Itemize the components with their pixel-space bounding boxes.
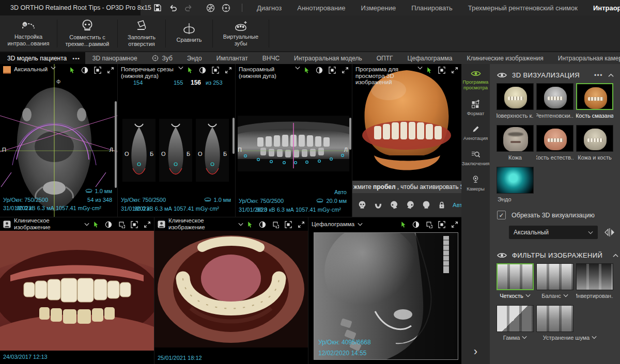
fullscreen-icon[interactable] bbox=[451, 221, 458, 228]
fill-holes-button[interactable]: Заполнить отверстия bbox=[118, 15, 165, 51]
contrast-icon[interactable] bbox=[259, 221, 266, 228]
tab-3d-panoramic[interactable]: 3D панорамное bbox=[85, 52, 145, 64]
pointer-tool-icon[interactable] bbox=[92, 221, 99, 228]
tab-options-icon[interactable]: ••• bbox=[72, 55, 80, 61]
auto-label[interactable]: Авто bbox=[453, 202, 461, 208]
fullscreen-icon[interactable] bbox=[298, 221, 305, 228]
cephalogram-panel[interactable]: Цефалограмма bbox=[308, 217, 461, 364]
rotate-icon[interactable] bbox=[272, 221, 279, 228]
more-options-icon[interactable]: ••• bbox=[594, 72, 603, 79]
tab-implant[interactable]: Имплантат bbox=[209, 52, 255, 64]
expand-panel-arrow[interactable]: › bbox=[461, 345, 490, 358]
slice-scrollbar[interactable] bbox=[233, 118, 235, 154]
menu-measure[interactable]: Измерение bbox=[361, 4, 396, 12]
contrast-icon[interactable] bbox=[105, 221, 112, 228]
view-right-profile-icon[interactable] bbox=[406, 200, 415, 210]
setup-intraoral-scan-button[interactable]: N Настройка интрао...ования bbox=[0, 15, 57, 51]
fit-view-icon[interactable] bbox=[285, 221, 292, 228]
fullscreen-icon[interactable] bbox=[342, 67, 349, 74]
panoramic-view-panel[interactable]: Панорамный (нижняя дуга) П bbox=[236, 64, 352, 217]
eye-icon[interactable] bbox=[497, 72, 507, 78]
mode-layout[interactable]: Формат bbox=[461, 100, 490, 116]
clip-3d-checkbox-row[interactable]: ✓ Обрезать 3D визуализацию bbox=[497, 211, 620, 219]
mode-findings[interactable]: Заключения bbox=[461, 150, 490, 166]
pointer-tool-icon[interactable] bbox=[246, 221, 253, 228]
fullscreen-icon[interactable] bbox=[225, 67, 232, 74]
tab-tooth[interactable]: Зуб bbox=[145, 52, 180, 64]
chevron-down-icon[interactable] bbox=[51, 66, 56, 70]
fit-view-icon[interactable] bbox=[131, 221, 138, 228]
chevron-down-icon[interactable] bbox=[238, 223, 243, 226]
view-back-icon[interactable] bbox=[422, 200, 431, 210]
vis-thumb-skin-and-bone[interactable]: Кожа и кость bbox=[576, 125, 613, 161]
collapse-chevron-icon[interactable] bbox=[608, 73, 614, 77]
view-lower-jaw-icon[interactable] bbox=[374, 200, 383, 210]
menu-annotate[interactable]: Аннотирование bbox=[297, 4, 345, 12]
lock-view-icon[interactable] bbox=[438, 200, 446, 210]
tab-endo[interactable]: Эндо bbox=[180, 52, 209, 64]
auto-label[interactable]: Авто bbox=[334, 189, 347, 195]
focus-target-icon[interactable] bbox=[221, 3, 230, 12]
mode-viewer[interactable]: Программа просмотра bbox=[461, 70, 490, 91]
fit-view-icon[interactable] bbox=[94, 67, 101, 74]
tab-intraoral-camera[interactable]: Интраоральная камера bbox=[551, 52, 620, 64]
flip-clip-icon[interactable] bbox=[604, 228, 615, 236]
pointer-tool-icon[interactable] bbox=[426, 67, 432, 74]
fullscreen-icon[interactable] bbox=[107, 67, 114, 74]
capture-icon[interactable] bbox=[206, 3, 215, 12]
rotate-icon[interactable] bbox=[118, 221, 125, 228]
vis-thumb-bone-smoothed[interactable]: Кость смазана bbox=[576, 83, 613, 119]
cross-sections-panel[interactable]: Поперечные срезы (нижняя дуга) 154 155 1… bbox=[118, 64, 235, 217]
vis-thumb-endo[interactable]: Эндо bbox=[497, 167, 534, 202]
tab-clinical-images[interactable]: Клинические изображения bbox=[459, 52, 550, 64]
filter-thumb-sharpness[interactable]: Четкость bbox=[497, 263, 534, 299]
filter-thumb-gamma[interactable]: Гамма bbox=[497, 305, 534, 341]
contrast-icon[interactable] bbox=[199, 67, 206, 74]
save-icon[interactable] bbox=[153, 3, 162, 12]
align-with-xray-button[interactable]: Совместить с трехме...раммой bbox=[57, 15, 117, 51]
menu-diagnose[interactable]: Диагноз bbox=[257, 4, 282, 12]
checkbox-checked[interactable]: ✓ bbox=[497, 211, 506, 219]
tab-cephalogram[interactable]: Цефалограмма bbox=[400, 52, 460, 64]
vis-thumb-skin[interactable]: Кожа bbox=[497, 125, 534, 161]
chevron-down-icon[interactable] bbox=[358, 223, 363, 226]
tab-3d-patient-model[interactable]: 3D модель пациента ••• bbox=[0, 52, 85, 64]
clinical-image-panel-1[interactable]: Клиническое изображение bbox=[0, 217, 154, 364]
pointer-tool-icon[interactable] bbox=[69, 67, 75, 74]
menu-plan[interactable]: Планировать bbox=[411, 4, 453, 12]
collapse-chevron-icon[interactable] bbox=[613, 254, 618, 258]
contrast-icon[interactable] bbox=[81, 67, 88, 74]
virtual-teeth-button[interactable]: Виртуальные зубы bbox=[213, 15, 269, 51]
contrast-icon[interactable] bbox=[412, 221, 420, 228]
rotate-icon[interactable] bbox=[425, 221, 432, 228]
filter-thumb-balance[interactable]: Баланс bbox=[536, 263, 574, 299]
chevron-down-icon[interactable] bbox=[295, 66, 300, 70]
tab-tmj[interactable]: ВНЧС bbox=[255, 52, 287, 64]
fullscreen-icon[interactable] bbox=[144, 221, 151, 228]
menu-3d-xray[interactable]: Трехмерный рентгеновский снимок bbox=[468, 4, 578, 12]
fit-view-icon[interactable] bbox=[438, 221, 445, 228]
pointer-tool-icon[interactable] bbox=[400, 221, 407, 228]
view-front-icon[interactable] bbox=[358, 200, 367, 210]
3d-viewer-panel[interactable]: Программа для просмотра 3D изображений ж… bbox=[352, 64, 461, 217]
mode-cameras[interactable]: Камеры bbox=[461, 175, 490, 192]
eye-icon[interactable] bbox=[497, 252, 507, 259]
chevron-down-icon[interactable] bbox=[178, 66, 183, 70]
tab-intraoral-model[interactable]: Интраоральная модель bbox=[287, 52, 369, 64]
pointer-tool-icon[interactable] bbox=[303, 67, 310, 74]
fit-view-icon[interactable] bbox=[212, 67, 219, 74]
tab-opg[interactable]: ОПТГ bbox=[369, 52, 400, 64]
view-left-profile-icon[interactable] bbox=[390, 200, 399, 210]
vis-thumb-bone-natural[interactable]: Кость естеств... bbox=[536, 125, 574, 161]
pointer-tool-icon[interactable] bbox=[187, 67, 193, 74]
filter-thumb-denoise[interactable]: Устранение шума bbox=[536, 305, 603, 341]
contrast-icon[interactable] bbox=[316, 67, 323, 74]
fit-view-icon[interactable] bbox=[329, 67, 336, 74]
filter-thumb-inverted[interactable]: Инвертирован... bbox=[576, 263, 613, 299]
redo-icon[interactable] bbox=[184, 3, 193, 12]
slice-scrollbar[interactable] bbox=[349, 118, 351, 150]
mode-annotation[interactable]: Аннотация bbox=[461, 125, 490, 141]
axial-view-panel[interactable]: Аксиальный Ф П Л 1.0 мм Ур/Окн: 750/2500… bbox=[0, 64, 117, 217]
clip-plane-dropdown[interactable]: Аксиальный bbox=[509, 226, 598, 239]
slice-scrollbar[interactable] bbox=[115, 101, 117, 188]
